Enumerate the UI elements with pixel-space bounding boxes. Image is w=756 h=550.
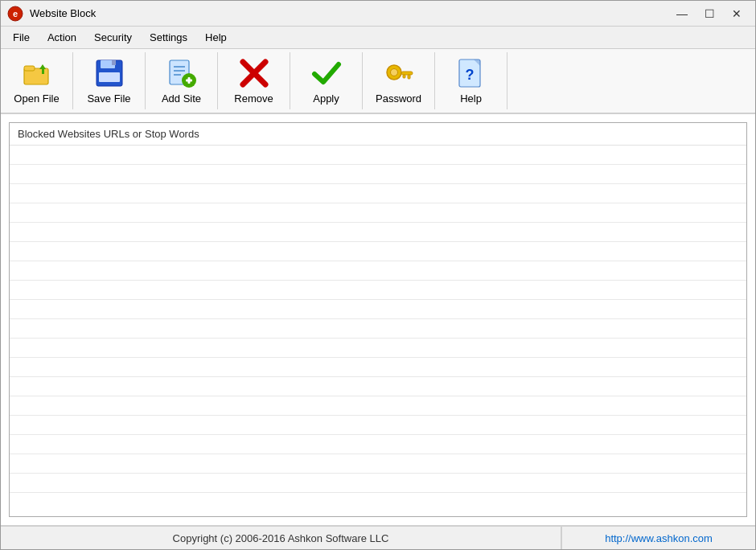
help-label: Help — [460, 92, 482, 105]
save-file-label: Save File — [87, 92, 130, 105]
svg-rect-3 — [24, 66, 35, 71]
list-item[interactable] — [10, 396, 746, 416]
remove-button[interactable]: Remove — [218, 52, 290, 109]
password-label: Password — [376, 92, 421, 105]
menu-bar: File Action Security Settings Help — [1, 27, 755, 49]
toolbar: Open File Save File — [1, 49, 755, 114]
open-file-icon — [21, 57, 53, 89]
title-bar: e Website Block — ☐ ✕ — [1, 1, 755, 27]
list-item[interactable] — [10, 223, 746, 242]
app-icon: e — [7, 6, 23, 22]
minimize-button[interactable]: — — [670, 4, 694, 23]
svg-rect-21 — [401, 72, 413, 75]
svg-marker-4 — [39, 64, 46, 69]
password-icon — [383, 57, 415, 89]
save-file-button[interactable]: Save File — [73, 52, 146, 109]
close-button[interactable]: ✕ — [725, 4, 749, 23]
menu-item-action[interactable]: Action — [39, 27, 85, 47]
window-title: Website Block — [30, 7, 670, 19]
list-item[interactable] — [10, 281, 746, 300]
list-rows — [10, 146, 746, 493]
apply-button[interactable]: Apply — [290, 52, 363, 109]
add-site-icon — [166, 57, 198, 89]
maximize-button[interactable]: ☐ — [697, 4, 721, 23]
menu-item-file[interactable]: File — [4, 27, 39, 47]
svg-rect-23 — [403, 75, 405, 78]
apply-label: Apply — [313, 92, 339, 105]
list-item[interactable] — [10, 339, 746, 358]
open-file-label: Open File — [14, 92, 59, 105]
svg-text:?: ? — [465, 67, 474, 83]
svg-rect-5 — [42, 69, 44, 74]
svg-point-20 — [390, 69, 397, 76]
list-item[interactable] — [10, 377, 746, 396]
svg-rect-16 — [187, 77, 190, 84]
main-content: Blocked Websites URLs or Stop Words — [1, 114, 755, 525]
list-header: Blocked Websites URLs or Stop Words — [10, 123, 746, 146]
remove-icon — [238, 57, 270, 89]
window-controls: — ☐ ✕ — [670, 4, 749, 23]
help-icon: ? — [455, 57, 487, 89]
list-item[interactable] — [10, 242, 746, 261]
svg-text:e: e — [13, 9, 18, 18]
list-item[interactable] — [10, 146, 746, 165]
remove-label: Remove — [234, 92, 273, 105]
list-item[interactable] — [10, 319, 746, 339]
apply-icon — [310, 57, 343, 89]
list-item[interactable] — [10, 435, 746, 454]
status-bar: Copyright (c) 2006-2016 Ashkon Software … — [1, 525, 755, 549]
list-item[interactable] — [10, 416, 746, 435]
list-item[interactable] — [10, 184, 746, 203]
menu-item-settings[interactable]: Settings — [141, 27, 196, 47]
list-item[interactable] — [10, 474, 746, 493]
open-file-button[interactable]: Open File — [1, 52, 73, 109]
add-site-button[interactable]: Add Site — [146, 52, 218, 109]
menu-item-security[interactable]: Security — [85, 27, 141, 47]
svg-rect-9 — [112, 60, 116, 65]
list-item[interactable] — [10, 454, 746, 474]
blocked-list[interactable]: Blocked Websites URLs or Stop Words — [9, 122, 747, 517]
password-button[interactable]: Password — [363, 52, 435, 109]
list-item[interactable] — [10, 165, 746, 184]
list-item[interactable] — [10, 358, 746, 377]
status-url-link[interactable]: http://www.ashkon.com — [605, 532, 713, 544]
menu-item-help[interactable]: Help — [196, 27, 236, 47]
svg-rect-8 — [99, 72, 120, 82]
svg-rect-22 — [408, 75, 410, 79]
status-url[interactable]: http://www.ashkon.com — [562, 527, 755, 549]
list-item[interactable] — [10, 261, 746, 281]
save-file-icon — [93, 57, 125, 89]
help-button[interactable]: ? Help — [435, 52, 507, 109]
status-copyright: Copyright (c) 2006-2016 Ashkon Software … — [1, 527, 562, 549]
list-item[interactable] — [10, 203, 746, 223]
add-site-label: Add Site — [162, 92, 201, 105]
list-item[interactable] — [10, 300, 746, 319]
